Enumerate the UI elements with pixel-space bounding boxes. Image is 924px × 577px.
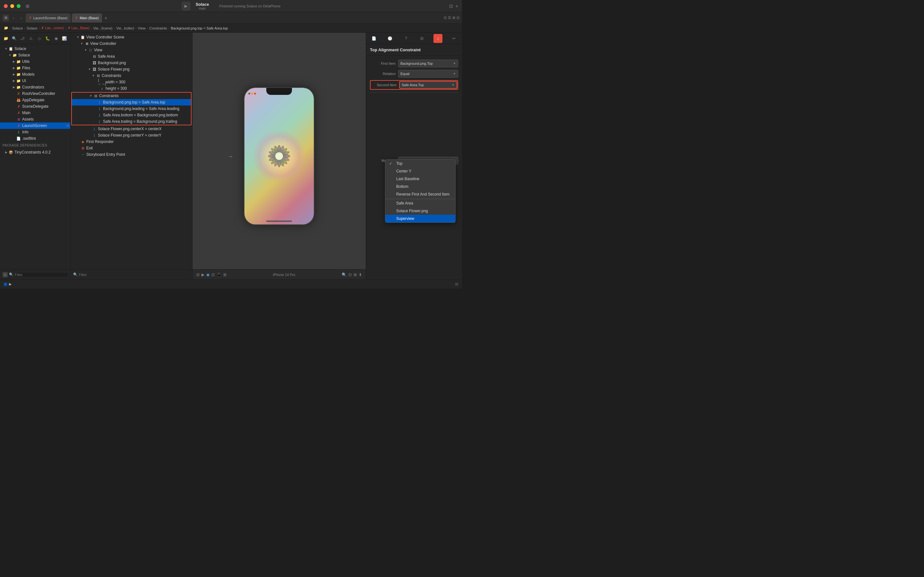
tree-item-main[interactable]: ✗ Main xyxy=(0,110,70,116)
inspector-toggle[interactable]: ⊡ xyxy=(444,16,447,20)
tree-item-info[interactable]: ℹ Info xyxy=(0,129,70,135)
inspector-tab-size[interactable]: ↕ xyxy=(433,34,443,43)
dropdown-item-superview[interactable]: Superview xyxy=(385,215,455,222)
outline-item-bg-leading[interactable]: | Background.png.leading = Safe Area.lea… xyxy=(72,105,191,112)
tree-item-appdelegate[interactable]: 🦊 AppDelegate xyxy=(0,97,70,103)
tree-item-files[interactable]: ▶ 📁 Files xyxy=(0,65,70,71)
canvas-icon-3[interactable]: ◉ xyxy=(206,272,210,277)
filter-input[interactable] xyxy=(15,273,68,277)
toggle-flower-constraints[interactable]: ▼ xyxy=(91,73,95,78)
download-icon[interactable]: ⬇ xyxy=(359,272,362,277)
layout-icon[interactable]: ⊡ xyxy=(449,3,453,9)
toggle-tiny-constraints[interactable]: ▶ xyxy=(4,150,8,155)
run-button[interactable]: ▶ xyxy=(182,2,191,11)
outline-item-centery[interactable]: | Solace Flower.png.centerY = centerY xyxy=(71,132,192,139)
outline-item-background[interactable]: 🖼 Background.png xyxy=(71,60,192,66)
tree-item-ui[interactable]: ▶ 📁 UI xyxy=(0,77,70,84)
canvas-icon-5[interactable]: 📱 xyxy=(216,272,221,277)
tree-item-rootvc[interactable]: X RootViewController xyxy=(0,90,70,97)
second-item-select[interactable]: Safe Area.Top ▼ xyxy=(399,81,457,89)
inspector-tab-connections[interactable]: ↩ xyxy=(449,34,459,43)
breadcrumb-item-lau-base[interactable]: ✗ Lau...Base) xyxy=(68,26,89,30)
outline-item-flower[interactable]: ▼ 🖼 Solace Flower.png xyxy=(71,66,192,73)
tree-item-tiny-constraints[interactable]: ▶ 📦 TinyConstraints 4.0.2 xyxy=(0,149,70,155)
dropdown-item-reverse[interactable]: Reverse First And Second Item xyxy=(385,190,455,198)
toggle-models[interactable]: ▶ xyxy=(11,72,16,77)
assistant-editor-toggle[interactable]: ⊞ xyxy=(452,16,455,20)
breadcrumb-item-solace[interactable]: Solace xyxy=(12,26,23,30)
outline-item-constraints[interactable]: ▼ ⊟ Constraints xyxy=(72,93,191,99)
grid-view-button[interactable]: ⊞ xyxy=(3,15,9,21)
outline-filter-input[interactable] xyxy=(79,273,190,277)
tab-launch-screen[interactable]: ✗ LaunchScreen (Base) xyxy=(26,13,71,23)
breadcrumb-item-solace2[interactable]: Solace xyxy=(27,26,37,30)
breadcrumb-item-constraints[interactable]: Constraints xyxy=(149,26,167,30)
nav-search-icon[interactable]: 🔍 xyxy=(11,35,17,42)
inspector-tab-help[interactable]: ? xyxy=(402,34,411,43)
outline-item-flower-constraints[interactable]: ▼ ⊟ Constraints xyxy=(71,73,192,79)
toggle-utils[interactable]: ▶ xyxy=(11,59,16,64)
sidebar-toggle-button[interactable]: ⊞ xyxy=(26,3,29,9)
dropdown-item-top[interactable]: ✓ Top xyxy=(385,160,455,167)
outline-item-height[interactable]: ↕ height = 300 xyxy=(71,85,192,92)
close-button[interactable] xyxy=(4,4,8,8)
toggle-ui[interactable]: ▶ xyxy=(11,79,16,83)
toggle-flower[interactable]: ▼ xyxy=(87,67,92,71)
canvas-icon-2[interactable]: ▶ xyxy=(202,272,204,277)
breadcrumb-item-0[interactable]: 📁 xyxy=(4,26,8,30)
tree-item-project[interactable]: ▼ 📋 Solace xyxy=(0,45,70,52)
navigator-toggle[interactable]: ☰ xyxy=(448,16,451,20)
nav-breakpoints-icon[interactable]: ◉ xyxy=(53,35,59,42)
canvas-icon-4[interactable]: ⊡ xyxy=(212,272,215,277)
outline-item-vc-scene[interactable]: ▼ 📋 View Controller Scene xyxy=(71,34,192,40)
add-navigator-item-button[interactable]: + xyxy=(3,272,8,277)
tree-item-assets[interactable]: ⊞ Assets xyxy=(0,116,70,122)
outline-item-exit[interactable]: ⊠ Exit xyxy=(71,145,192,151)
toggle-vc[interactable]: ▼ xyxy=(79,41,84,46)
forward-button[interactable]: › xyxy=(18,15,24,21)
relation-select[interactable]: Equal ▼ xyxy=(398,70,458,77)
breadcrumb-item-view[interactable]: View xyxy=(138,26,145,30)
tree-item-scenedelegate[interactable]: ✗ SceneDelegate xyxy=(0,103,70,110)
inspector-tab-file[interactable]: 📄 xyxy=(370,34,379,43)
tree-item-coordinators[interactable]: ▶ 📁 Coordinators xyxy=(0,84,70,90)
outline-item-vc[interactable]: ▼ 🖥 View Controller xyxy=(71,40,192,47)
breadcrumb-item-vie-scene[interactable]: Vie...Scene) xyxy=(94,26,113,30)
zoom-in-icon[interactable]: ⊞ xyxy=(354,272,357,277)
outline-item-bg-bottom[interactable]: | Safe Area.bottom = Background.png.bott… xyxy=(72,112,191,118)
version-editor-toggle[interactable]: ⊡ xyxy=(457,16,459,20)
toggle-vc-scene[interactable]: ▼ xyxy=(76,35,80,39)
toggle-constraints[interactable]: ▼ xyxy=(89,93,93,98)
outline-item-safe-area[interactable]: ⊟ Safe Area xyxy=(71,53,192,60)
maximize-button[interactable] xyxy=(17,4,21,8)
nav-folder-icon[interactable]: 📁 xyxy=(3,35,9,42)
outline-item-first-responder[interactable]: ◈ First Responder xyxy=(71,139,192,145)
outline-item-view[interactable]: ▼ □ View xyxy=(71,47,192,53)
toggle-coordinators[interactable]: ▶ xyxy=(11,85,16,89)
toggle-solace[interactable]: ▼ xyxy=(8,53,12,57)
nav-debug-icon[interactable]: 🐛 xyxy=(45,35,51,42)
breadcrumb-item-lau-creen[interactable]: ✗ Lau...creen) xyxy=(41,26,64,30)
breadcrumb-item-vie-troller[interactable]: Vie...troller) xyxy=(116,26,134,30)
canvas-icon-1[interactable]: ⊟ xyxy=(196,272,200,277)
dropdown-item-safe-area[interactable]: Safe Area xyxy=(385,199,455,207)
dropdown-item-centery[interactable]: Center Y xyxy=(385,167,455,175)
outline-item-bg-trailing[interactable]: | Safe Area.trailing = Background.png.tr… xyxy=(72,118,191,125)
outline-item-bg-top[interactable]: | Background.png.top = Safe Area.top xyxy=(72,99,191,105)
minimize-button[interactable] xyxy=(10,4,14,8)
nav-test-icon[interactable]: ◇ xyxy=(36,35,43,42)
tree-item-utils[interactable]: ▶ 📁 Utils xyxy=(0,58,70,65)
inspector-tab-attributes[interactable]: ⊟ xyxy=(417,34,426,43)
tree-item-models[interactable]: ▶ 📁 Models xyxy=(0,71,70,77)
toggle-view[interactable]: ▼ xyxy=(83,48,88,52)
outline-item-entry-point[interactable]: → Storyboard Entry Point xyxy=(71,151,192,158)
first-item-select[interactable]: Background.png.Top ▼ xyxy=(398,60,458,67)
add-icon[interactable]: + xyxy=(456,3,458,9)
outline-item-centerx[interactable]: | Solace Flower.png.centerX = centerX xyxy=(71,126,192,132)
bottom-icons[interactable]: ⊡ xyxy=(455,282,458,286)
tree-item-solace-folder[interactable]: ▼ 📁 Solace xyxy=(0,52,70,58)
dropdown-item-bottom[interactable]: Bottom xyxy=(385,183,455,190)
breadcrumb-item-current[interactable]: Background.png.top = Safe Area.top xyxy=(171,26,228,30)
fit-icon[interactable]: ⊡ xyxy=(349,272,352,277)
tab-main[interactable]: ✗ Main (Base) xyxy=(72,13,102,23)
